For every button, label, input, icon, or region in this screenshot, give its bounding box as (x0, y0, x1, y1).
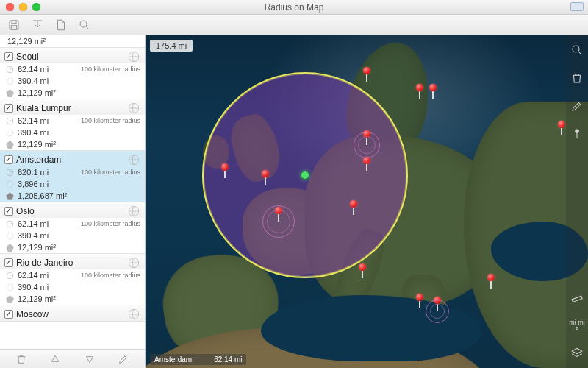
globe-icon[interactable] (127, 102, 140, 115)
map-ruler-icon[interactable] (570, 291, 584, 306)
pin-oslo[interactable] (362, 67, 371, 82)
list-item-header[interactable]: Kuala Lumpur (0, 99, 145, 115)
svg-marker-16 (6, 192, 13, 199)
visibility-checkbox[interactable] (4, 310, 13, 319)
list-item-header[interactable]: Moscow (0, 305, 145, 321)
titlebar-panel-toggle[interactable] (570, 2, 584, 11)
list-item[interactable]: Seoul62.14 mi100 kilometer radius390.4 m… (0, 48, 145, 99)
radius-center-handle[interactable] (301, 171, 309, 179)
search-icon[interactable] (76, 18, 93, 32)
area-value: 12,129 mi² (7, 37, 46, 46)
pin-moscow[interactable] (557, 121, 566, 135)
area-row: 1,205,687 mi² (0, 190, 145, 202)
pin-athens-a[interactable] (415, 294, 424, 308)
list-item-header[interactable]: Oslo (0, 202, 145, 218)
globe-icon[interactable] (127, 256, 140, 269)
list-item-header[interactable]: Amsterdam (0, 151, 145, 166)
radius-sublabel: 100 kilometer radius (81, 66, 140, 73)
perimeter-icon (4, 127, 15, 138)
map-trash-icon[interactable] (570, 71, 584, 85)
perimeter-value: 390.4 mi (18, 128, 49, 137)
titlebar: Radius on Map (0, 0, 588, 15)
visibility-checkbox[interactable] (4, 258, 13, 267)
map-pin-icon[interactable] (570, 127, 584, 141)
map-scale-badge: 175.4 mi (150, 40, 193, 52)
svg-point-3 (80, 21, 87, 27)
pin-london[interactable] (261, 170, 270, 185)
window-controls (6, 3, 40, 11)
radius-value: 620.1 mi (18, 168, 49, 177)
pin-stockholm-b[interactable] (429, 84, 437, 99)
pin-rome[interactable] (358, 263, 367, 278)
area-value: 12,129 mi² (18, 88, 56, 97)
list-item[interactable]: Kuala Lumpur62.14 mi100 kilometer radius… (0, 99, 145, 151)
perimeter-icon (4, 76, 15, 86)
radius-row: 62.14 mi100 kilometer radius (0, 63, 145, 75)
svg-marker-20 (6, 244, 13, 251)
list-item[interactable]: Oslo62.14 mi100 kilometer radius390.4 mi… (0, 202, 145, 254)
move-up-button[interactable] (48, 353, 62, 366)
globe-icon[interactable] (127, 50, 140, 63)
close-window-button[interactable] (6, 3, 14, 11)
minimize-window-button[interactable] (19, 3, 27, 11)
pin-istanbul[interactable] (487, 274, 495, 289)
map-pencil-icon[interactable] (570, 99, 584, 113)
list-item-header[interactable]: Seoul (0, 48, 145, 63)
list-item[interactable]: Amsterdam620.1 mi100 kilometer radius3,8… (0, 151, 145, 202)
list-item[interactable]: Rio de Janeiro62.14 mi100 kilometer radi… (0, 254, 145, 305)
document-icon[interactable] (53, 18, 69, 32)
globe-icon[interactable] (127, 153, 140, 166)
globe-icon[interactable] (127, 308, 140, 321)
visibility-checkbox[interactable] (4, 207, 13, 216)
list-item-fragment: 12,129 mi² (0, 35, 145, 48)
radius-sublabel: 100 kilometer radius (81, 117, 140, 124)
edit-button[interactable] (116, 353, 131, 366)
locations-sidebar: 12,129 mi² Seoul62.14 mi100 kilometer ra… (0, 35, 146, 368)
perimeter-row: 390.4 mi (0, 75, 145, 87)
map-layers-icon[interactable] (570, 346, 584, 361)
list-item-header[interactable]: Rio de Janeiro (0, 254, 145, 269)
radius-row: 62.14 mi100 kilometer radius (0, 218, 145, 230)
move-down-button[interactable] (82, 353, 97, 366)
map-canvas[interactable]: 175.4 mi Amsterdam 62.14 mi mi mi ² (146, 35, 588, 368)
globe-icon[interactable] (127, 205, 140, 218)
svg-point-7 (7, 78, 13, 85)
perimeter-row: 390.4 mi (0, 127, 145, 138)
perimeter-value: 390.4 mi (18, 283, 49, 291)
visibility-checkbox[interactable] (4, 52, 13, 61)
perimeter-icon (4, 179, 15, 189)
zoom-window-button[interactable] (32, 3, 40, 11)
city-name: Seoul (16, 52, 124, 62)
map-status-badge: Amsterdam 62.14 mi (150, 354, 246, 365)
svg-point-23 (7, 284, 13, 291)
import-icon[interactable] (29, 18, 46, 32)
svg-point-15 (7, 181, 13, 188)
radius-icon (4, 64, 15, 74)
radius-sublabel: 100 kilometer radius (81, 272, 140, 279)
radius-icon (4, 219, 15, 229)
map-search-icon[interactable] (570, 43, 584, 57)
svg-marker-12 (6, 141, 13, 148)
map-tools-panel: mi mi ² (566, 35, 588, 368)
svg-marker-24 (6, 295, 13, 302)
radius-icon (4, 167, 15, 177)
area-row: 12,129 mi² (0, 138, 145, 150)
locations-list: 12,129 mi² Seoul62.14 mi100 kilometer ra… (0, 35, 145, 349)
save-icon[interactable] (6, 18, 22, 32)
list-item[interactable]: Moscow (0, 305, 145, 322)
pentagon-icon (4, 88, 15, 98)
pin-ireland[interactable] (220, 163, 229, 178)
radius-value: 62.14 mi (18, 116, 49, 125)
delete-button[interactable] (14, 353, 29, 366)
radius-icon (4, 270, 15, 280)
pin-berlin[interactable] (362, 157, 371, 171)
area-value: 12,129 mi² (18, 243, 56, 252)
window-title: Radius on Map (265, 2, 324, 13)
visibility-checkbox[interactable] (4, 104, 13, 113)
city-name: Kuala Lumpur (16, 103, 124, 113)
visibility-checkbox[interactable] (4, 155, 13, 164)
perimeter-row: 3,896 mi (0, 178, 145, 190)
perimeter-value: 3,896 mi (18, 180, 49, 188)
pin-munich[interactable] (349, 200, 358, 215)
pin-stockholm-a[interactable] (415, 84, 424, 99)
